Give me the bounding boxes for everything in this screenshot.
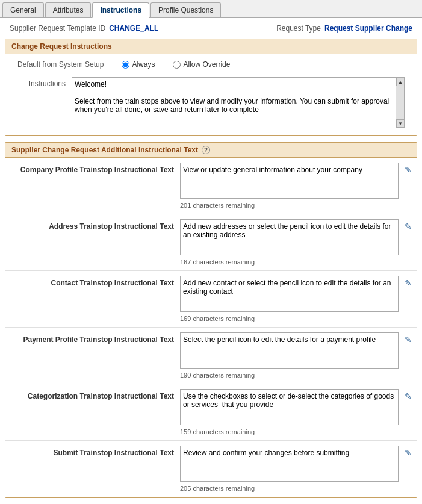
trainstop-label-categorization: Categorization Trainstop Instructional T… [5, 389, 180, 402]
chars-remaining-payment-profile: 190 characters remaining [180, 370, 399, 379]
trainstop-textarea-payment-profile[interactable]: Select the pencil icon to edit the detai… [180, 332, 399, 369]
trainstop-content-contact: Add new contact or select the pencil ico… [180, 276, 417, 322]
radio-override-input[interactable] [173, 61, 181, 69]
trainstop-textarea-contact[interactable]: Add new contact or select the pencil ico… [180, 276, 399, 312]
request-type-label: Request Type [276, 24, 321, 33]
tab-general[interactable]: General [2, 2, 44, 17]
trainstop-textarea-company-profile[interactable]: View or update general information about… [180, 163, 399, 199]
trainstop-row-address: Address Trainstop Instructional Text Add… [5, 214, 417, 271]
chars-remaining-address: 167 characters remaining [180, 257, 399, 266]
supplier-id-label: Supplier Request Template ID [10, 24, 105, 33]
scrollbar[interactable]: ▲ ▼ [396, 78, 404, 128]
radio-always-input[interactable] [122, 61, 129, 69]
additional-section-title: Supplier Change Request Additional Instr… [5, 143, 417, 158]
trainstop-content-categorization: Use the checkboxes to select or de-selec… [180, 389, 417, 435]
trainstop-content-submit: Review and confirm your changes before s… [180, 446, 417, 492]
tab-attributes[interactable]: Attributes [45, 2, 92, 17]
trainstop-textarea-address[interactable]: Add new addresses or select the pencil i… [180, 219, 399, 255]
default-system-label: Default from System Setup [17, 60, 104, 69]
trainstop-row-payment-profile: Payment Profile Trainstop Instructional … [5, 328, 417, 384]
edit-icon-contact[interactable]: ✎ [405, 278, 412, 288]
edit-icon-payment-profile[interactable]: ✎ [405, 335, 412, 344]
instructions-label: Instructions [17, 77, 66, 88]
trainstop-row-categorization: Categorization Trainstop Instructional T… [5, 384, 417, 441]
edit-icon-submit[interactable]: ✎ [405, 448, 412, 458]
trainstop-textarea-submit[interactable]: Review and confirm your changes before s… [180, 446, 399, 482]
instructions-textarea[interactable] [72, 78, 396, 126]
edit-icon-company-profile[interactable]: ✎ [405, 165, 412, 175]
tab-profile-questions[interactable]: Profile Questions [150, 2, 221, 17]
chars-remaining-company-profile: 201 characters remaining [180, 201, 399, 209]
request-type-value: Request Supplier Change [324, 24, 412, 33]
radio-always[interactable]: Always [122, 60, 155, 69]
trainstop-textarea-categorization[interactable]: Use the checkboxes to select or de-selec… [180, 389, 399, 425]
edit-icon-categorization[interactable]: ✎ [405, 391, 412, 401]
tab-bar: General Attributes Instructions Profile … [0, 0, 422, 18]
trainstop-content-payment-profile: Select the pencil icon to edit the detai… [180, 332, 417, 379]
help-icon[interactable]: ? [202, 146, 210, 154]
radio-options-row: Default from System Setup Always Allow O… [5, 54, 417, 75]
trainstop-label-address: Address Trainstop Instructional Text [5, 219, 180, 232]
supplier-id-value: CHANGE_ALL [109, 24, 158, 33]
trainstop-label-submit: Submit Trainstop Instructional Text [5, 446, 180, 458]
additional-title-text: Supplier Change Request Additional Instr… [11, 146, 198, 154]
trainstop-label-company-profile: Company Profile Trainstop Instructional … [5, 163, 180, 175]
chars-remaining-categorization: 159 characters remaining [180, 427, 399, 435]
chars-remaining-submit: 205 characters remaining [180, 484, 399, 492]
change-request-title: Change Request Instructions [5, 39, 417, 54]
trainstop-row-contact: Contact Trainstop Instructional Text Add… [5, 271, 417, 328]
trainstop-label-payment-profile: Payment Profile Trainstop Instructional … [5, 332, 180, 345]
instructions-row: Instructions ▲ ▼ [5, 75, 417, 135]
scroll-down[interactable]: ▼ [396, 119, 405, 128]
trainstop-rows-container: Company Profile Trainstop Instructional … [5, 158, 417, 497]
chars-remaining-contact: 169 characters remaining [180, 314, 399, 322]
top-info-bar: Supplier Request Template ID CHANGE_ALL … [0, 18, 422, 39]
instructions-textarea-wrap: ▲ ▼ [72, 77, 405, 128]
trainstop-row-company-profile: Company Profile Trainstop Instructional … [5, 158, 417, 214]
additional-section: Supplier Change Request Additional Instr… [5, 142, 417, 498]
change-request-section: Change Request Instructions Default from… [5, 39, 417, 136]
trainstop-row-submit: Submit Trainstop Instructional Text Revi… [5, 441, 417, 497]
tab-instructions[interactable]: Instructions [92, 2, 149, 18]
trainstop-content-address: Add new addresses or select the pencil i… [180, 219, 417, 266]
scroll-up[interactable]: ▲ [396, 78, 405, 86]
radio-allow-override[interactable]: Allow Override [173, 60, 230, 69]
trainstop-content-company-profile: View or update general information about… [180, 163, 417, 209]
trainstop-label-contact: Contact Trainstop Instructional Text [5, 276, 180, 288]
edit-icon-address[interactable]: ✎ [405, 222, 412, 231]
